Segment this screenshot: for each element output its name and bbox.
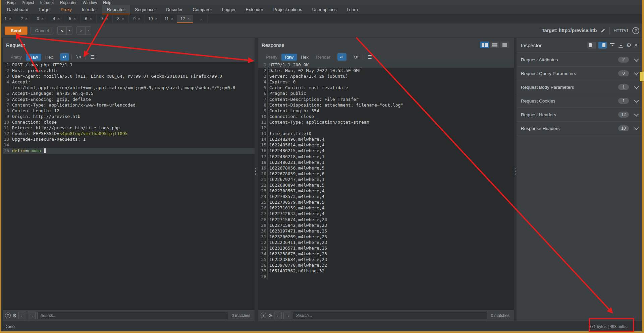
response-inspector-divider[interactable]: ⋮⋮ [513, 169, 517, 175]
view-tab-render[interactable]: Render [313, 54, 334, 61]
editor-menu-button[interactable]: ☰ [365, 54, 374, 60]
history-forward-button[interactable]: > ▾ [76, 26, 92, 35]
chevron-down-icon[interactable] [634, 126, 639, 130]
request-response-divider[interactable]: ⋮⋮ [253, 169, 257, 175]
show-newlines-button[interactable]: \n [352, 54, 360, 60]
close-tab-icon[interactable]: × [90, 17, 92, 21]
close-tab-icon[interactable]: × [122, 17, 124, 21]
session-tab-8[interactable]: 8× [113, 15, 129, 23]
session-tab-2[interactable]: 2× [16, 15, 32, 23]
view-tab-hex[interactable]: Hex [42, 54, 56, 61]
session-tab-more[interactable]: ... [193, 15, 208, 23]
send-button[interactable]: Send [5, 26, 28, 35]
close-tab-icon[interactable]: × [171, 17, 173, 21]
view-tab-hex[interactable]: Hex [298, 54, 312, 61]
response-editor[interactable]: 1HTTP/1.1 200 OK2Date: Mon, 02 May 2022 … [258, 62, 514, 310]
columns-layout-icon[interactable] [480, 42, 489, 48]
tab-sequencer[interactable]: Sequencer [130, 5, 161, 14]
prev-match-button[interactable]: ← [274, 312, 282, 319]
close-tab-icon[interactable]: × [155, 17, 157, 21]
menu-repeater[interactable]: Repeater [57, 0, 79, 5]
tab-dashboard[interactable]: Dashboard [2, 5, 34, 14]
dock-right-icon[interactable] [598, 42, 607, 49]
dock-left-icon[interactable] [587, 42, 596, 49]
collapse-all-icon[interactable] [609, 43, 615, 48]
inspector-section-request-body-parameters[interactable]: Request Body Parameters1 [517, 80, 642, 94]
session-tab-6[interactable]: 6× [80, 15, 97, 23]
tab-repeater[interactable]: Repeater [102, 5, 130, 14]
inspector-section-response-headers[interactable]: Response Headers10 [517, 122, 642, 135]
tab-project-options[interactable]: Project options [268, 5, 307, 14]
edit-target-icon[interactable] [600, 28, 606, 33]
session-tab-9[interactable]: 9× [129, 15, 145, 23]
http-version-label[interactable]: HTTP/1 [613, 28, 629, 33]
search-help-icon[interactable]: ? [261, 313, 266, 318]
session-tab-5[interactable]: 5× [64, 15, 80, 23]
chevron-down-icon[interactable] [634, 98, 639, 103]
session-tab-10[interactable]: 10× [145, 15, 161, 23]
response-search-input[interactable] [293, 312, 487, 319]
menu-window[interactable]: Window [79, 0, 100, 5]
session-tab-12[interactable]: 12× [177, 15, 193, 23]
search-settings-icon[interactable]: ⚙ [12, 313, 17, 318]
prev-match-button[interactable]: ← [18, 312, 26, 319]
help-icon[interactable]: ? [632, 27, 639, 34]
menu-help[interactable]: Help [100, 0, 114, 5]
menu-burp[interactable]: Burp [4, 0, 18, 5]
chevron-down-icon[interactable] [634, 57, 639, 62]
close-tab-icon[interactable]: × [41, 17, 43, 21]
chevron-down-icon[interactable] [634, 112, 639, 117]
close-tab-icon[interactable]: × [73, 17, 75, 21]
close-tab-icon[interactable]: × [9, 17, 11, 21]
history-back-button[interactable]: < ▾ [57, 26, 72, 35]
editor-menu-button[interactable]: ☰ [88, 54, 97, 60]
chevron-down-icon[interactable] [634, 84, 639, 89]
inspector-section-request-attributes[interactable]: Request Attributes2 [517, 53, 642, 67]
session-tab-1[interactable]: 1× [0, 15, 16, 23]
close-tab-icon[interactable]: × [25, 17, 27, 21]
back-dropdown-icon[interactable]: ▾ [66, 27, 72, 34]
close-tab-icon[interactable]: × [187, 17, 189, 21]
search-settings-icon[interactable]: ⚙ [268, 313, 272, 318]
gear-icon[interactable]: ⚙ [626, 43, 631, 48]
tab-logger[interactable]: Logger [217, 5, 240, 14]
inspector-section-request-cookies[interactable]: Request Cookies1 [517, 94, 642, 108]
session-tab-4[interactable]: 4× [48, 15, 64, 23]
tab-learn[interactable]: Learn [342, 5, 363, 14]
view-tab-raw[interactable]: Raw [281, 54, 297, 61]
cancel-button[interactable]: Cancel [31, 27, 53, 35]
rows-layout-icon[interactable] [490, 42, 499, 48]
close-tab-icon[interactable]: × [106, 17, 108, 21]
session-tab-3[interactable]: 3× [32, 15, 48, 23]
inspector-section-request-query-parameters[interactable]: Request Query Parameters0 [517, 67, 642, 80]
tab-decoder[interactable]: Decoder [161, 5, 187, 14]
search-help-icon[interactable]: ? [5, 313, 11, 318]
menu-intruder[interactable]: Intruder [37, 0, 57, 5]
session-tab-11[interactable]: 11× [161, 15, 177, 23]
show-newlines-button[interactable]: \n [74, 54, 83, 60]
tab-target[interactable]: Target [34, 5, 56, 14]
close-tab-icon[interactable]: × [138, 17, 140, 21]
menu-project[interactable]: Project [18, 0, 37, 5]
word-wrap-button[interactable]: ↵ [60, 53, 69, 61]
view-tab-pretty[interactable]: Pretty [7, 54, 25, 61]
tab-comparer[interactable]: Comparer [187, 5, 217, 14]
request-search-input[interactable] [37, 312, 228, 319]
expand-all-icon[interactable] [618, 43, 624, 48]
tab-user-options[interactable]: User options [307, 5, 342, 14]
single-layout-icon[interactable] [500, 42, 509, 48]
tab-proxy[interactable]: Proxy [56, 5, 77, 14]
next-match-button[interactable]: → [283, 312, 291, 319]
chevron-down-icon[interactable] [634, 71, 639, 75]
close-icon[interactable]: × [634, 42, 638, 48]
word-wrap-button[interactable]: ↵ [337, 53, 346, 61]
next-match-button[interactable]: → [28, 312, 36, 319]
session-tab-7[interactable]: 7× [97, 15, 113, 23]
tab-extender[interactable]: Extender [241, 5, 268, 14]
tab-intruder[interactable]: Intruder [77, 5, 102, 14]
request-editor[interactable]: 1POST /logs.php HTTP/1.12Host: previse.h… [3, 62, 255, 310]
view-tab-raw[interactable]: Raw [26, 54, 41, 61]
view-tab-pretty[interactable]: Pretty [263, 54, 281, 61]
inspector-section-request-headers[interactable]: Request Headers12 [517, 108, 642, 122]
close-tab-icon[interactable]: × [57, 17, 59, 21]
